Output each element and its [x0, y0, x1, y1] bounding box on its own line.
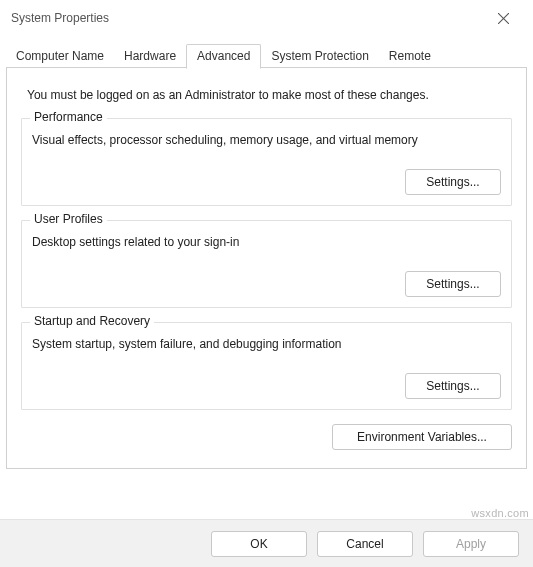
ok-button[interactable]: OK — [211, 531, 307, 557]
apply-button[interactable]: Apply — [423, 531, 519, 557]
group-user-profiles-desc: Desktop settings related to your sign-in — [32, 235, 501, 249]
window-title: System Properties — [10, 11, 109, 25]
group-startup-recovery-legend: Startup and Recovery — [30, 314, 154, 328]
group-startup-recovery: Startup and Recovery System startup, sys… — [21, 322, 512, 410]
group-startup-recovery-desc: System startup, system failure, and debu… — [32, 337, 501, 351]
titlebar: System Properties — [0, 0, 533, 36]
tab-advanced[interactable]: Advanced — [186, 44, 261, 69]
dialog-footer: OK Cancel Apply — [0, 519, 533, 567]
performance-settings-button[interactable]: Settings... — [405, 169, 501, 195]
tab-bar: Computer Name Hardware Advanced System P… — [0, 42, 533, 68]
group-performance: Performance Visual effects, processor sc… — [21, 118, 512, 206]
group-user-profiles-legend: User Profiles — [30, 212, 107, 226]
group-performance-legend: Performance — [30, 110, 107, 124]
tab-content-advanced: You must be logged on as an Administrato… — [6, 68, 527, 469]
admin-notice: You must be logged on as an Administrato… — [27, 88, 512, 102]
tab-system-protection[interactable]: System Protection — [261, 45, 378, 68]
group-performance-desc: Visual effects, processor scheduling, me… — [32, 133, 501, 147]
close-button[interactable] — [483, 3, 523, 33]
close-icon — [498, 13, 509, 24]
tab-hardware[interactable]: Hardware — [114, 45, 186, 68]
watermark: wsxdn.com — [471, 507, 529, 519]
cancel-button[interactable]: Cancel — [317, 531, 413, 557]
tab-remote[interactable]: Remote — [379, 45, 441, 68]
user-profiles-settings-button[interactable]: Settings... — [405, 271, 501, 297]
tab-computer-name[interactable]: Computer Name — [6, 45, 114, 68]
environment-variables-button[interactable]: Environment Variables... — [332, 424, 512, 450]
startup-recovery-settings-button[interactable]: Settings... — [405, 373, 501, 399]
group-user-profiles: User Profiles Desktop settings related t… — [21, 220, 512, 308]
